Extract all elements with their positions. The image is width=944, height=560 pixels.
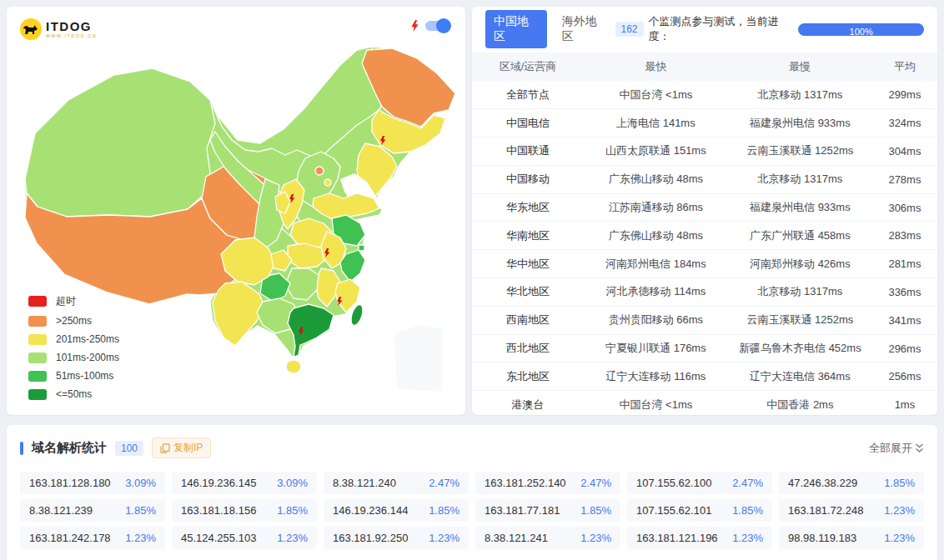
map-region-guangdong [288, 304, 334, 357]
cell-avg: 306ms [872, 193, 937, 222]
cell-avg: 278ms [872, 165, 937, 193]
cell-slowest: 河南郑州移动 426ms [728, 250, 872, 278]
ip-address: 47.246.38.229 [788, 477, 857, 489]
ip-cell[interactable]: 146.19.236.145 3.09% [172, 472, 317, 494]
double-chevron-down-icon [915, 443, 924, 453]
ip-cell[interactable]: 163.181.252.140 2.47% [475, 472, 620, 494]
cell-slowest: 广东广州联通 458ms [728, 222, 872, 250]
table-row[interactable]: 华南地区 广东佛山移动 48ms 广东广州联通 458ms 283ms [472, 222, 937, 250]
ip-percentage: 1.23% [732, 532, 763, 544]
cell-slowest: 北京移动 1317ms [728, 278, 872, 307]
cell-avg: 281ms [872, 250, 937, 278]
map-region-beijing [315, 167, 324, 175]
ip-cell[interactable]: 163.181.77.181 1.85% [475, 499, 620, 522]
header-fastest: 最快 [584, 52, 728, 81]
cell-slowest: 北京移动 1317ms [728, 81, 872, 109]
ip-percentage: 1.85% [884, 477, 915, 489]
cell-fastest: 广东佛山移动 48ms [584, 222, 728, 250]
legend-label: 101ms-200ms [56, 352, 119, 363]
ip-cell[interactable]: 107.155.62.101 1.85% [627, 499, 772, 522]
latency-table: 区域/运营商 最快 最慢 平均 全部节点 中国台湾 <1ms 北京移动 1317… [472, 52, 937, 419]
tab-overseas-region[interactable]: 海外地区 [554, 10, 615, 48]
ip-percentage: 1.23% [125, 532, 156, 544]
table-header-row: 区域/运营商 最快 最慢 平均 [472, 52, 937, 81]
cell-region: 港澳台 [472, 391, 584, 419]
ip-cell[interactable]: 8.38.121.241 1.23% [475, 527, 620, 549]
cell-fastest: 河南郑州电信 184ms [584, 250, 728, 278]
table-row[interactable]: 西北地区 宁夏银川联通 176ms 新疆乌鲁木齐电信 452ms 296ms [472, 334, 937, 362]
ip-address: 163.181.92.250 [333, 532, 408, 544]
copy-ip-button[interactable]: 复制IP [152, 438, 211, 458]
itdog-ping-page: ITDOG WWW.ITDOG.CN [0, 0, 944, 560]
toggle-knob[interactable] [436, 18, 451, 33]
ip-cell[interactable]: 107.155.62.100 2.47% [627, 472, 772, 494]
ip-cell[interactable]: 98.98.119.183 1.23% [779, 527, 924, 549]
cell-fastest: 贵州贵阳移动 66ms [584, 306, 728, 334]
cell-slowest: 福建泉州电信 933ms [728, 193, 872, 222]
table-row[interactable]: 东北地区 辽宁大连移动 116ms 辽宁大连电信 364ms 256ms [472, 362, 937, 391]
tab-china-region[interactable]: 中国地区 [485, 10, 547, 48]
header-avg: 平均 [872, 52, 937, 81]
progress-percent: 100% [850, 27, 873, 37]
cell-region: 中国移动 [472, 165, 584, 193]
table-row[interactable]: 中国移动 广东佛山移动 48ms 北京移动 1317ms 278ms [472, 165, 937, 193]
china-latency-map-panel: ITDOG WWW.ITDOG.CN [7, 7, 465, 415]
ip-percentage: 3.09% [277, 477, 308, 489]
table-row[interactable]: 华北地区 河北承德移动 114ms 北京移动 1317ms 336ms [472, 278, 937, 307]
dns-panel-title: 域名解析统计 [32, 440, 107, 456]
cell-fastest: 辽宁大连移动 116ms [584, 362, 728, 391]
table-row[interactable]: 西南地区 贵州贵阳移动 66ms 云南玉溪联通 1252ms 341ms [472, 306, 937, 334]
table-row[interactable]: 港澳台 中国台湾 <1ms 中国香港 2ms 1ms [472, 391, 937, 419]
progress-bar: 100% [798, 23, 924, 36]
ip-percentage: 1.85% [580, 504, 611, 517]
ip-percentage: 2.47% [580, 477, 611, 489]
ip-cell[interactable]: 163.181.121.196 1.23% [627, 527, 772, 549]
ip-cell[interactable]: 163.181.18.156 1.85% [172, 499, 317, 522]
ip-address: 107.155.62.101 [636, 504, 711, 517]
ip-address: 163.181.77.181 [485, 504, 560, 517]
cell-slowest: 北京移动 1317ms [728, 165, 872, 193]
cell-region: 华中地区 [472, 250, 584, 278]
table-row[interactable]: 全部节点 中国台湾 <1ms 北京移动 1317ms 299ms [472, 81, 937, 109]
cell-region: 华北地区 [472, 278, 584, 307]
ip-percentage: 1.85% [732, 504, 763, 517]
table-row[interactable]: 中国电信 上海电信 141ms 福建泉州电信 933ms 324ms [472, 109, 937, 138]
cell-region: 东北地区 [472, 362, 584, 391]
legend-item: 超时 [28, 294, 119, 308]
copy-icon [160, 443, 170, 453]
header-slowest: 最慢 [728, 52, 872, 81]
legend-item: 101ms-200ms [28, 352, 119, 363]
ip-cell[interactable]: 8.38.121.239 1.85% [20, 499, 165, 522]
cell-slowest: 辽宁大连电信 364ms [728, 362, 872, 391]
ip-cell[interactable]: 146.19.236.144 1.85% [324, 499, 469, 522]
legend-swatch [28, 296, 47, 307]
cell-fastest: 宁夏银川联通 176ms [584, 334, 728, 362]
ip-percentage: 1.23% [277, 532, 308, 544]
ip-cell[interactable]: 163.181.242.178 1.23% [20, 527, 165, 549]
ip-percentage: 1.23% [580, 532, 611, 544]
legend-swatch [28, 316, 47, 327]
ip-cell[interactable]: 163.181.128.180 3.09% [20, 472, 165, 494]
table-row[interactable]: 中国联通 山西太原联通 151ms 云南玉溪联通 1252ms 304ms [472, 138, 937, 166]
ip-cell[interactable]: 163.181.72.248 1.23% [779, 499, 924, 522]
cell-fastest: 广东佛山移动 48ms [584, 165, 728, 193]
map-mode-toggle[interactable] [425, 21, 450, 31]
ip-address: 163.181.242.178 [29, 532, 111, 544]
cell-avg: 283ms [872, 222, 937, 250]
ip-percentage: 1.85% [277, 504, 308, 517]
legend-item: >250ms [28, 315, 119, 327]
ip-cell[interactable]: 163.181.92.250 1.23% [324, 527, 469, 549]
cell-avg: 299ms [872, 81, 937, 109]
table-row[interactable]: 华中地区 河南郑州电信 184ms 河南郑州移动 426ms 281ms [472, 250, 937, 278]
ip-address: 163.181.252.140 [485, 477, 566, 489]
legend-swatch [28, 352, 47, 363]
cell-avg: 336ms [872, 278, 937, 307]
title-accent-bar [20, 442, 23, 455]
ip-cell[interactable]: 45.124.255.103 1.23% [172, 527, 317, 549]
ip-cell[interactable]: 47.246.38.229 1.85% [779, 472, 924, 494]
table-row[interactable]: 华东地区 江苏南通移动 86ms 福建泉州电信 933ms 306ms [472, 193, 937, 222]
cell-fastest: 山西太原联通 151ms [584, 138, 728, 166]
cell-region: 中国电信 [472, 109, 584, 138]
expand-all-button[interactable]: 全部展开 [869, 441, 924, 456]
ip-cell[interactable]: 8.38.121.240 2.47% [324, 472, 469, 494]
